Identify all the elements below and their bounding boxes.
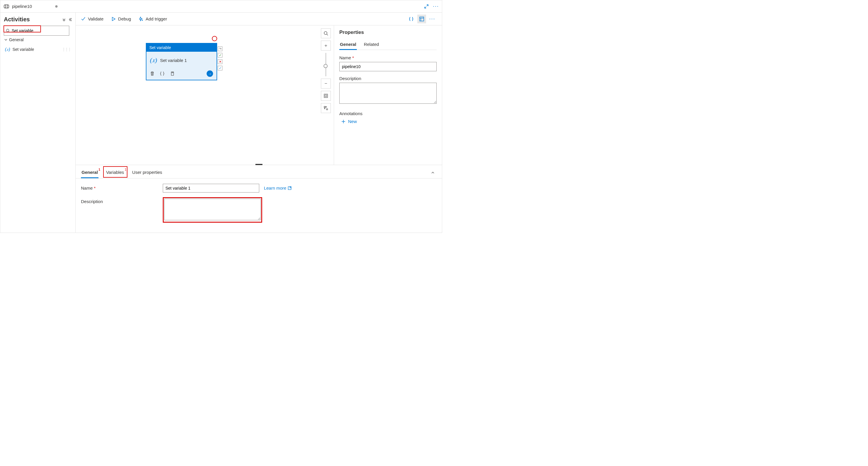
svg-rect-9	[327, 109, 328, 110]
tab-variables[interactable]: Variables 1	[105, 167, 124, 178]
tab-title[interactable]: pipeline10	[12, 4, 32, 9]
toolbar-more-button[interactable]: ···	[428, 14, 437, 23]
svg-rect-3	[420, 17, 424, 21]
properties-panel: Properties General Related Name * Descri…	[334, 25, 442, 165]
activity-search-input[interactable]	[6, 28, 67, 33]
add-trigger-button[interactable]: Add trigger	[138, 17, 167, 21]
activity-set-variable[interactable]: (𝑥) Set variable ⋮⋮⋮	[4, 45, 72, 54]
svg-rect-8	[324, 106, 325, 107]
search-icon	[6, 29, 10, 33]
svg-point-0	[4, 5, 6, 8]
tab-user-properties[interactable]: User properties	[131, 167, 163, 178]
svg-rect-6	[324, 94, 328, 98]
delete-icon[interactable]	[150, 71, 155, 76]
activity-settings-panel: General 1 Variables 1 User properties	[76, 165, 442, 232]
pipeline-icon	[3, 3, 10, 10]
canvas-search-button[interactable]	[321, 28, 331, 38]
activity-name-input[interactable]	[163, 184, 259, 192]
port-skip[interactable]: ↷	[218, 46, 222, 51]
port-fail[interactable]: ✕	[218, 59, 222, 64]
svg-rect-7	[325, 95, 327, 97]
pipeline-canvas[interactable]: Set variable (𝑥) Set variable 1	[76, 25, 334, 165]
more-icon[interactable]: ···	[433, 3, 439, 9]
svg-point-5	[324, 32, 327, 34]
activity-label: Set variable	[12, 47, 34, 52]
prop-name-input[interactable]	[339, 62, 437, 71]
play-icon	[111, 17, 116, 21]
auto-layout-button[interactable]	[321, 103, 331, 113]
pipeline-toolbar: Validate Debug Add trigger	[76, 12, 442, 25]
activity-description-input[interactable]	[164, 199, 261, 220]
activities-sidebar: Activities	[0, 12, 76, 232]
description-label: Description	[81, 197, 163, 204]
settings-tabs: General 1 Variables 1 User properties	[76, 165, 442, 179]
category-label: General	[9, 37, 24, 42]
collapse-panel-icon[interactable]	[431, 170, 437, 175]
plus-icon	[341, 119, 346, 124]
variable-icon: (𝑥)	[5, 47, 10, 52]
chevron-down-icon	[4, 38, 7, 41]
copy-icon[interactable]	[170, 71, 175, 76]
variable-icon: (𝑥)	[150, 56, 157, 64]
drag-grip-icon: ⋮⋮⋮	[62, 47, 71, 52]
highlight-circle	[212, 36, 217, 41]
name-label: Name *	[81, 184, 163, 190]
highlight-box	[103, 166, 127, 178]
highlight-box	[163, 197, 262, 223]
validate-button[interactable]: Validate	[81, 17, 103, 21]
svg-point-1	[7, 5, 9, 8]
tab-badge: 1	[98, 168, 100, 171]
zoom-in-button[interactable]: ＋	[321, 41, 331, 51]
prop-tab-related[interactable]: Related	[363, 39, 380, 50]
collapse-left-icon[interactable]	[68, 18, 72, 22]
new-annotation-button[interactable]: New	[339, 119, 437, 124]
prop-tab-general[interactable]: General	[339, 39, 357, 50]
node-type-label: Set variable	[147, 43, 217, 52]
properties-title: Properties	[339, 30, 437, 35]
port-success[interactable]: ✓	[218, 53, 222, 58]
port-completion[interactable]: ✓	[218, 66, 222, 70]
category-general[interactable]: General	[4, 36, 72, 44]
trigger-icon	[138, 17, 143, 21]
expand-icon[interactable]	[424, 4, 429, 9]
zoom-slider-thumb[interactable]	[323, 64, 328, 68]
arrow-right-icon[interactable]: →	[207, 70, 213, 77]
prop-desc-input[interactable]	[339, 83, 437, 104]
zoom-out-button[interactable]: −	[321, 79, 331, 89]
activity-search-wrap	[4, 26, 69, 36]
collapse-down-icon[interactable]	[62, 18, 66, 22]
unsaved-indicator-icon	[55, 5, 58, 8]
svg-rect-4	[171, 73, 174, 75]
check-icon	[81, 17, 86, 21]
zoom-slider[interactable]	[326, 53, 326, 76]
prop-name-label: Name *	[339, 55, 437, 60]
node-name-label: Set variable 1	[160, 58, 187, 63]
canvas-tools: ＋ −	[321, 28, 331, 113]
view-json-button[interactable]	[407, 14, 415, 23]
node-ports: ↷ ✓ ✕ ✓	[218, 46, 222, 70]
prop-desc-label: Description	[339, 76, 437, 81]
activity-node-set-variable[interactable]: Set variable (𝑥) Set variable 1	[146, 43, 217, 80]
properties-toggle-button[interactable]	[417, 14, 426, 23]
tab-general[interactable]: General 1	[81, 167, 98, 178]
fit-screen-button[interactable]	[321, 91, 331, 101]
annotations-heading: Annotations	[339, 111, 437, 116]
learn-more-link[interactable]: Learn more	[264, 186, 292, 190]
activities-heading: Activities	[4, 16, 62, 23]
svg-point-2	[6, 29, 9, 32]
debug-button[interactable]: Debug	[111, 17, 131, 21]
code-icon[interactable]	[160, 71, 164, 76]
tab-bar: pipeline10 ···	[0, 0, 442, 12]
